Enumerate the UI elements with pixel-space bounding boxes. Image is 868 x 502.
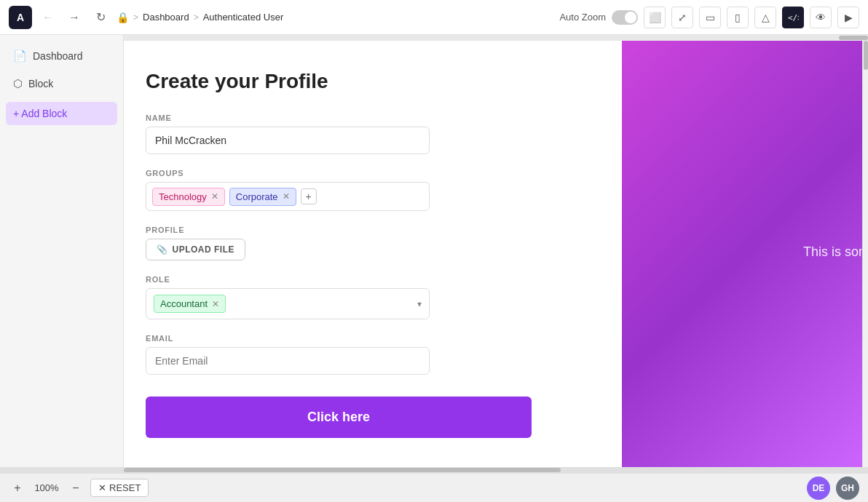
- add-block-button[interactable]: + Add Block: [6, 102, 117, 125]
- forward-button[interactable]: →: [64, 7, 84, 28]
- sidebar-item-dashboard-label: Dashboard: [33, 50, 83, 62]
- code-view-button[interactable]: </>: [782, 7, 804, 28]
- canvas-content: Create your Profile NAME GROUPS Technolo…: [124, 41, 868, 467]
- groups-label: GROUPS: [146, 169, 600, 178]
- vertical-scrollbar[interactable]: [862, 41, 868, 467]
- breadcrumb: 🔒 > Dashboard > Authenticated User: [117, 12, 553, 23]
- sidebar: 📄 Dashboard ⬡ Block + Add Block: [0, 35, 124, 467]
- add-block-label: + Add Block: [13, 108, 67, 119]
- canvas-right-panel: This is som: [622, 41, 862, 467]
- reset-button[interactable]: ✕ RESET: [90, 479, 149, 497]
- profile-label: PROFILE: [146, 226, 600, 234]
- bottom-section: + 100% − ✕ RESET DE GH: [0, 467, 868, 502]
- toolbar: A ← → ↻ 🔒 > Dashboard > Authenticated Us…: [0, 0, 868, 35]
- sidebar-item-block-label: Block: [28, 78, 53, 89]
- back-button[interactable]: ←: [38, 7, 58, 28]
- top-scrollbar-thumb: [839, 36, 868, 40]
- refresh-button[interactable]: ↻: [90, 7, 111, 28]
- close-icon: ✕: [98, 482, 106, 493]
- upload-label: UPLOAD FILE: [173, 244, 235, 255]
- sidebar-item-block[interactable]: ⬡ Block: [6, 71, 117, 96]
- fullscreen-button[interactable]: ⤢: [671, 7, 693, 28]
- zoom-in-button[interactable]: +: [9, 479, 26, 497]
- svg-text:</>: </>: [788, 13, 799, 23]
- block-icon: ⬡: [13, 77, 23, 90]
- canvas-right-text: This is som: [803, 244, 862, 260]
- auto-zoom-toggle[interactable]: [612, 10, 638, 25]
- email-label: EMAIL: [146, 334, 600, 343]
- main-area: 📄 Dashboard ⬡ Block + Add Block Create y…: [0, 35, 868, 467]
- preview-button[interactable]: 👁: [810, 7, 832, 28]
- avatar-de[interactable]: DE: [807, 477, 830, 500]
- role-select[interactable]: Accountant ✕ ▾: [146, 288, 430, 319]
- toolbar-right: Auto Zoom ⬜ ⤢ ▭ ▯ △ </> 👁 ▶: [559, 7, 859, 28]
- paperclip-icon: 📎: [157, 244, 168, 255]
- email-input[interactable]: [146, 347, 430, 375]
- tag-technology: Technology ✕: [152, 188, 225, 206]
- tag-corporate: Corporate ✕: [229, 188, 296, 206]
- bottom-right: DE GH: [807, 477, 859, 500]
- name-label: NAME: [146, 113, 600, 122]
- play-button[interactable]: ▶: [837, 7, 859, 28]
- top-scrollbar: [124, 35, 868, 41]
- role-label: ROLE: [146, 275, 600, 284]
- zoom-level: 100%: [32, 482, 61, 493]
- sidebar-item-dashboard[interactable]: 📄 Dashboard: [6, 44, 117, 68]
- horizontal-scrollbar[interactable]: [0, 467, 868, 473]
- avatar-gh[interactable]: GH: [836, 477, 859, 500]
- tag-technology-remove[interactable]: ✕: [211, 191, 218, 202]
- groups-group: GROUPS Technology ✕ Corporate ✕ +: [146, 169, 600, 211]
- role-tag-accountant: Accountant ✕: [154, 295, 226, 313]
- role-group: ROLE Accountant ✕ ▾: [146, 275, 600, 319]
- profile-group: PROFILE 📎 UPLOAD FILE: [146, 226, 600, 260]
- form-canvas: Create your Profile NAME GROUPS Technolo…: [124, 41, 622, 467]
- chevron-down-icon: ▾: [417, 299, 422, 309]
- toggle-knob: [625, 12, 636, 23]
- auto-zoom-label: Auto Zoom: [559, 12, 606, 23]
- tag-technology-label: Technology: [159, 191, 207, 202]
- lock-icon: 🔒: [117, 12, 129, 23]
- tag-corporate-label: Corporate: [236, 191, 278, 202]
- horizontal-scrollbar-thumb: [124, 468, 561, 472]
- name-group: NAME: [146, 113, 600, 154]
- form-title: Create your Profile: [146, 70, 600, 93]
- zoom-out-button[interactable]: −: [67, 479, 84, 497]
- app-logo[interactable]: A: [9, 6, 32, 29]
- name-input[interactable]: [146, 127, 430, 154]
- role-tag-remove[interactable]: ✕: [212, 299, 219, 309]
- groups-container: Technology ✕ Corporate ✕ +: [146, 182, 430, 211]
- add-group-button[interactable]: +: [301, 188, 317, 204]
- reset-label: RESET: [109, 482, 141, 493]
- role-tag-label: Accountant: [160, 298, 208, 309]
- tag-corporate-remove[interactable]: ✕: [283, 191, 290, 202]
- dashboard-icon: 📄: [13, 49, 27, 63]
- warning-button[interactable]: △: [754, 7, 776, 28]
- email-group: EMAIL: [146, 334, 600, 375]
- vertical-scrollbar-thumb: [864, 41, 868, 70]
- breadcrumb-auth-user[interactable]: Authenticated User: [203, 12, 284, 23]
- bottom-bar: + 100% − ✕ RESET DE GH: [0, 473, 868, 502]
- mobile-view-button[interactable]: ▯: [727, 7, 749, 28]
- submit-button[interactable]: Click here: [146, 397, 532, 438]
- canvas-area: Create your Profile NAME GROUPS Technolo…: [124, 35, 868, 467]
- upload-file-button[interactable]: 📎 UPLOAD FILE: [146, 239, 245, 260]
- desktop-view-button[interactable]: ⬜: [644, 7, 666, 28]
- code-icon: </>: [787, 12, 799, 23]
- breadcrumb-dashboard[interactable]: Dashboard: [143, 12, 189, 23]
- tablet-view-button[interactable]: ▭: [699, 7, 721, 28]
